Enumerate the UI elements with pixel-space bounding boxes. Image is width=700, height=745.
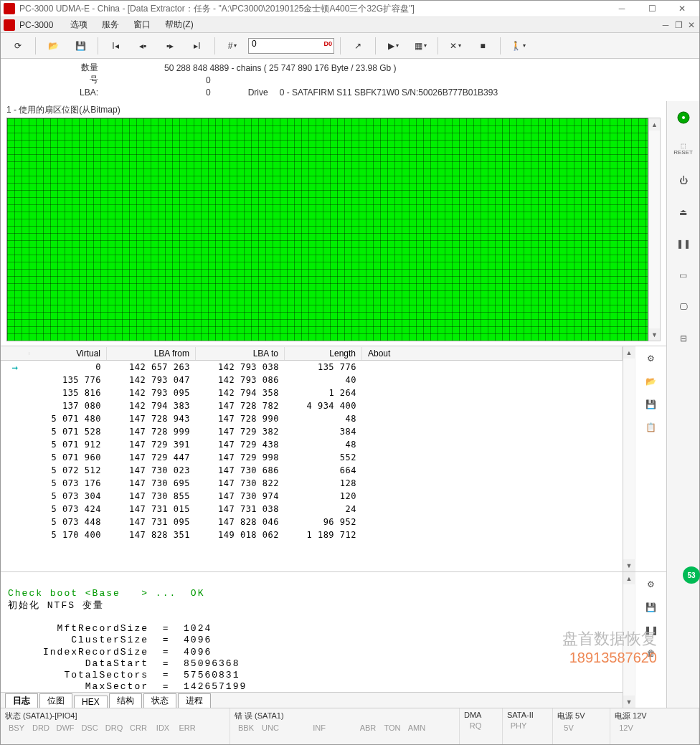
cell-virtual: 5 073 176: [29, 478, 107, 489]
tab-bitmap[interactable]: 位图: [39, 693, 72, 708]
first-button[interactable]: I◂: [104, 36, 127, 56]
minimize-button[interactable]: ─: [607, 1, 636, 16]
scroll-down-button[interactable]: ▼: [649, 328, 660, 341]
table-row[interactable]: 135 776142 793 047142 793 08640: [1, 374, 623, 386]
maximize-button[interactable]: ☐: [638, 1, 666, 16]
close-button[interactable]: ✕: [668, 1, 696, 16]
tab-hex[interactable]: HEX: [74, 696, 108, 708]
menu-services[interactable]: 服务: [95, 17, 126, 32]
cell-length: 1 189 712: [285, 529, 362, 541]
cell-virtual: 137 080: [29, 400, 107, 412]
tab-log[interactable]: 日志: [5, 693, 38, 708]
side-connector-icon[interactable]: ⊟: [673, 328, 694, 349]
side-reset-icon[interactable]: ⬚RESET: [673, 138, 694, 160]
save-button[interactable]: 💾: [69, 36, 92, 56]
open-button[interactable]: 📂: [42, 36, 65, 56]
cell-virtual: 0: [29, 361, 107, 373]
side-pause-icon[interactable]: ❚❚: [673, 233, 694, 255]
cell-lba-to: 147 730 686: [196, 465, 285, 476]
side-disk-icon[interactable]: [673, 107, 694, 128]
scroll-up-button[interactable]: ▲: [649, 118, 660, 131]
table-side-settings-icon[interactable]: ⚙: [642, 349, 661, 368]
cell-lba-to: 147 728 782: [196, 400, 285, 412]
bitmap-scrollbar[interactable]: ▲ ▼: [648, 118, 661, 341]
menu-window[interactable]: 窗口: [126, 17, 158, 32]
table-row[interactable]: 5 073 304147 730 855147 730 974120: [1, 490, 623, 503]
side-power-icon[interactable]: ⏻: [673, 170, 694, 191]
th-about[interactable]: About: [362, 347, 623, 360]
mdi-restore-button[interactable]: ❐: [673, 20, 684, 30]
bitmap-grid[interactable]: [6, 118, 648, 341]
tab-structure[interactable]: 结构: [109, 693, 142, 708]
side-screen-icon[interactable]: 🖵: [673, 296, 694, 318]
log-side-settings-icon[interactable]: ⚙: [642, 575, 661, 594]
prev-button[interactable]: ◂▪: [131, 36, 154, 56]
table-scroll-up[interactable]: ▲: [623, 346, 635, 359]
menu-help[interactable]: 帮助(Z): [158, 17, 200, 32]
play-button[interactable]: ▶▾: [382, 36, 405, 56]
th-virtual[interactable]: Virtual: [29, 347, 107, 360]
status-bar: 状态 (SATA1)-[PIO4] BSYDRDDWFDSCDRQCRRIDXE…: [1, 708, 699, 745]
table-side-open-icon[interactable]: 📂: [642, 372, 661, 391]
side-eject-icon[interactable]: ⏏: [673, 201, 694, 223]
float-badge[interactable]: 53: [683, 566, 700, 584]
log-side-trash-icon[interactable]: 🗑: [642, 644, 661, 663]
table-row[interactable]: 135 816142 793 095142 794 3581 264: [1, 386, 623, 399]
th-lba-to[interactable]: LBA to: [196, 347, 285, 360]
log-scroll-up[interactable]: ▲: [623, 572, 635, 584]
cell-length: 48: [285, 413, 362, 424]
grid-toggle-button[interactable]: #▾: [221, 36, 244, 56]
log-side-save-icon[interactable]: 💾: [642, 598, 661, 617]
table-row[interactable]: 5 071 528147 728 999147 729 382384: [1, 425, 623, 438]
next-button[interactable]: ▪▸: [159, 36, 181, 56]
th-length[interactable]: Length: [285, 347, 362, 360]
th-icon[interactable]: [1, 352, 29, 355]
tab-status[interactable]: 状态: [143, 693, 176, 708]
export-button[interactable]: ↗: [346, 36, 369, 56]
table-row[interactable]: 5 170 400147 828 351149 018 0621 189 712: [1, 528, 623, 541]
address-input[interactable]: 0 D0: [248, 38, 334, 54]
tab-process[interactable]: 进程: [178, 693, 211, 708]
toolbar: ⟳ 📂 💾 I◂ ◂▪ ▪▸ ▸I #▾ 0 D0 ↗ ▶▾ ▦▾ ✕▾ ■ 🚶…: [1, 33, 699, 59]
table-row[interactable]: 5 072 512147 730 023147 730 686664: [1, 464, 623, 477]
refresh-button[interactable]: ⟳: [6, 36, 29, 56]
num-label: 号: [6, 74, 107, 86]
cell-lba-to: 147 828 046: [196, 516, 285, 528]
row-arrow-icon: [1, 457, 29, 458]
table-scrollbar[interactable]: ▲ ▼: [623, 346, 635, 571]
table-row[interactable]: 5 071 480147 728 943147 728 99048: [1, 412, 623, 425]
table-side-save-icon[interactable]: 💾: [642, 395, 661, 414]
th-lba-from[interactable]: LBA from: [107, 347, 196, 360]
side-chip-icon[interactable]: ▭: [673, 265, 694, 286]
table-scroll-down[interactable]: ▼: [623, 559, 635, 571]
log-scroll-down[interactable]: ▼: [623, 696, 635, 708]
status-item: DSC: [78, 722, 101, 734]
row-arrow-icon: [1, 483, 29, 484]
table-row[interactable]: 5 071 912147 729 391147 729 43848: [1, 438, 623, 451]
log-init-line: 初始化 NTFS 变量: [8, 600, 104, 611]
menu-options[interactable]: 选项: [63, 17, 95, 32]
mdi-minimize-button[interactable]: ─: [661, 20, 671, 30]
cell-about: [362, 379, 623, 381]
table-side-copy-icon[interactable]: 📋: [642, 418, 661, 437]
last-button[interactable]: ▸I: [186, 36, 209, 56]
status-item: BSY: [5, 722, 28, 734]
table-row[interactable]: 5 073 424147 731 015147 731 03824: [1, 503, 623, 516]
stop-button[interactable]: ■: [471, 36, 494, 56]
tools-button[interactable]: ✕▾: [444, 36, 467, 56]
log-scrollbar[interactable]: ▲ ▼: [623, 572, 635, 708]
cell-length: 384: [285, 426, 362, 437]
table-row[interactable]: →0142 657 263142 793 038135 776: [1, 361, 623, 374]
table-row[interactable]: 5 071 960147 729 447147 729 998552: [1, 451, 623, 464]
table-row[interactable]: 5 073 176147 730 695147 730 822128: [1, 477, 623, 490]
table-row[interactable]: 137 080142 794 383147 728 7824 934 400: [1, 399, 623, 412]
table-row[interactable]: 5 073 448147 731 095147 828 04696 952: [1, 516, 623, 528]
cell-virtual: 5 071 912: [29, 439, 107, 450]
log-side-pause-icon[interactable]: ❚❚: [642, 621, 661, 640]
grid-view-button[interactable]: ▦▾: [409, 36, 432, 56]
mdi-close-button[interactable]: ✕: [686, 20, 696, 30]
cell-length: 1 264: [285, 387, 362, 399]
cell-lba-to: 147 729 382: [196, 426, 285, 437]
exit-button[interactable]: 🚶▾: [506, 36, 529, 56]
cell-lba-from: 142 794 383: [107, 400, 196, 412]
